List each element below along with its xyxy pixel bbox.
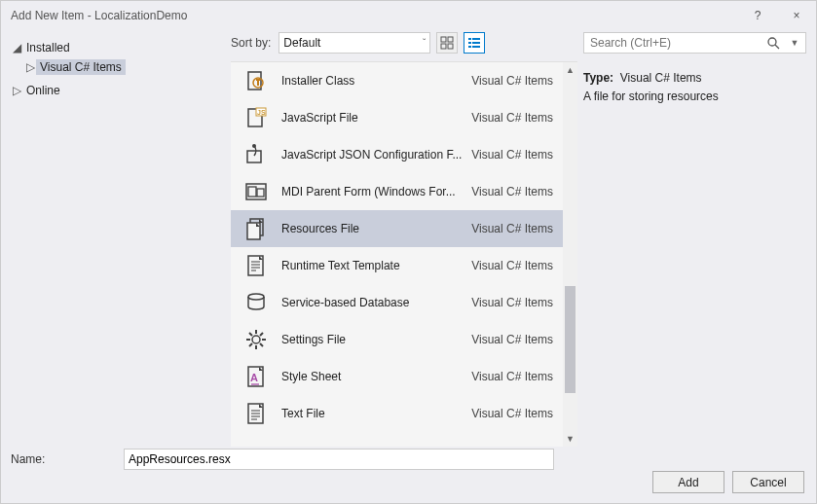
list-item[interactable]: AStyle SheetVisual C# Items xyxy=(231,358,563,395)
svg-line-38 xyxy=(260,333,263,336)
svg-rect-17 xyxy=(247,151,261,162)
template-name: Runtime Text Template xyxy=(281,259,471,272)
template-icon: JS xyxy=(244,106,268,129)
scrollbar[interactable]: ▲ ▼ xyxy=(563,62,577,447)
svg-line-35 xyxy=(249,333,252,336)
type-label: Type: xyxy=(583,71,613,85)
svg-rect-3 xyxy=(448,44,453,49)
type-value: Visual C# Items xyxy=(620,71,702,85)
svg-rect-0 xyxy=(441,37,446,42)
grid-icon xyxy=(440,36,454,50)
tree-online[interactable]: ▷ Online xyxy=(7,81,225,100)
name-label: Name: xyxy=(11,452,124,466)
svg-rect-12 xyxy=(256,79,260,81)
template-icon xyxy=(244,217,268,240)
tree-label: Visual C# Items xyxy=(36,59,126,75)
svg-point-47 xyxy=(768,38,776,46)
svg-point-29 xyxy=(248,294,264,300)
svg-rect-9 xyxy=(472,46,480,48)
cancel-button[interactable]: Cancel xyxy=(732,471,804,493)
list-item[interactable]: Runtime Text TemplateVisual C# Items xyxy=(231,247,563,284)
scroll-thumb[interactable] xyxy=(565,286,576,393)
svg-rect-7 xyxy=(472,42,480,44)
template-name: Resources File xyxy=(281,222,471,235)
template-icon xyxy=(244,291,268,314)
list-item[interactable]: Resources FileVisual C# Items xyxy=(231,210,563,247)
view-list-button[interactable] xyxy=(464,32,485,54)
list-item[interactable]: Service-based DatabaseVisual C# Items xyxy=(231,284,563,321)
svg-rect-20 xyxy=(248,187,256,197)
template-name: Settings File xyxy=(281,333,471,346)
template-name: MDI Parent Form (Windows For... xyxy=(281,185,471,198)
template-category: Visual C# Items xyxy=(471,333,553,346)
template-category: Visual C# Items xyxy=(471,111,553,125)
template-category: Visual C# Items xyxy=(471,259,553,272)
chevron-right-icon: ▷ xyxy=(11,84,22,97)
template-icon: A xyxy=(244,365,268,388)
svg-point-30 xyxy=(252,336,260,343)
svg-rect-8 xyxy=(468,46,471,48)
window-title: Add New Item - LocalizationDemo xyxy=(11,9,738,22)
search-box[interactable]: ▼ xyxy=(583,32,806,54)
list-item[interactable]: Installer ClassVisual C# Items xyxy=(231,62,563,99)
add-button[interactable]: Add xyxy=(652,471,724,493)
template-icon xyxy=(244,254,268,277)
template-name: Service-based Database xyxy=(281,296,471,309)
svg-line-48 xyxy=(775,45,779,49)
svg-rect-21 xyxy=(257,189,264,197)
scroll-up-arrow[interactable]: ▲ xyxy=(563,62,577,78)
details-pane: Type: Visual C# Items A file for storing… xyxy=(583,69,806,106)
tree-label: Installed xyxy=(22,40,74,55)
template-category: Visual C# Items xyxy=(471,148,553,162)
view-grid-button[interactable] xyxy=(436,32,458,54)
template-category: Visual C# Items xyxy=(471,370,553,383)
template-category: Visual C# Items xyxy=(471,407,553,420)
template-category: Visual C# Items xyxy=(471,222,553,235)
chevron-down-icon: ˇ xyxy=(423,38,426,49)
search-dropdown-icon[interactable]: ▼ xyxy=(784,38,805,48)
svg-rect-6 xyxy=(468,42,471,44)
sort-by-label: Sort by: xyxy=(231,36,271,50)
list-item[interactable]: Settings FileVisual C# Items xyxy=(231,321,563,358)
sort-by-dropdown[interactable]: Default ˇ xyxy=(279,32,430,54)
search-input[interactable] xyxy=(584,36,762,50)
close-button[interactable]: × xyxy=(777,1,816,30)
template-icon xyxy=(244,328,268,351)
template-icon xyxy=(244,143,268,166)
template-list[interactable]: Installer ClassVisual C# ItemsJSJavaScri… xyxy=(231,62,563,447)
template-category: Visual C# Items xyxy=(471,296,553,309)
template-name: Installer Class xyxy=(281,74,471,88)
help-button[interactable]: ? xyxy=(738,1,777,30)
description: A file for storing resources xyxy=(583,88,806,106)
svg-text:A: A xyxy=(250,372,258,383)
template-icon xyxy=(244,180,268,203)
tree-installed[interactable]: ◢ Installed xyxy=(7,38,225,57)
template-icon xyxy=(244,402,268,425)
tree-label: Online xyxy=(22,83,64,98)
svg-rect-5 xyxy=(472,38,480,40)
list-item[interactable]: MDI Parent Form (Windows For...Visual C#… xyxy=(231,173,563,210)
scroll-down-arrow[interactable]: ▼ xyxy=(563,431,577,447)
template-icon xyxy=(244,69,268,92)
template-category: Visual C# Items xyxy=(471,74,553,88)
category-tree: ◢ Installed ▷ Visual C# Items ▷ Online xyxy=(1,30,231,447)
svg-rect-4 xyxy=(468,38,471,40)
name-input[interactable] xyxy=(124,449,554,470)
svg-line-37 xyxy=(249,343,252,346)
list-item[interactable]: JavaScript JSON Configuration F...Visual… xyxy=(231,136,563,173)
template-name: Text File xyxy=(281,407,471,420)
sort-by-value: Default xyxy=(283,36,320,50)
svg-rect-2 xyxy=(441,44,446,49)
chevron-right-icon: ▷ xyxy=(24,60,36,74)
svg-point-18 xyxy=(252,144,256,148)
template-category: Visual C# Items xyxy=(471,185,553,198)
list-item[interactable]: JSJavaScript FileVisual C# Items xyxy=(231,99,563,136)
svg-rect-13 xyxy=(257,81,259,86)
svg-text:JS: JS xyxy=(257,109,266,116)
titlebar: Add New Item - LocalizationDemo ? × xyxy=(1,1,816,30)
template-name: JavaScript JSON Configuration F... xyxy=(281,148,471,162)
search-icon[interactable] xyxy=(762,36,784,50)
tree-visual-csharp-items[interactable]: ▷ Visual C# Items xyxy=(7,57,225,77)
list-item[interactable]: Text FileVisual C# Items xyxy=(231,395,563,432)
template-name: JavaScript File xyxy=(281,111,471,125)
